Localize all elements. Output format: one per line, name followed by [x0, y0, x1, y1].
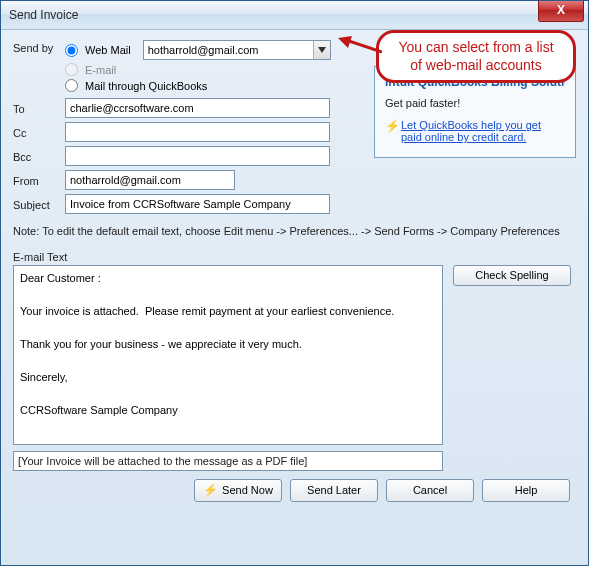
to-field[interactable] — [65, 98, 330, 118]
window-title: Send Invoice — [9, 8, 78, 22]
dialog-body: You can select from a list of web-mail a… — [1, 30, 588, 565]
help-button[interactable]: Help — [482, 479, 570, 502]
webmail-account-dropdown[interactable] — [143, 40, 331, 60]
attachment-note: [Your Invoice will be attached to the me… — [13, 451, 443, 471]
radio-quickbooks-mail-label: Mail through QuickBooks — [85, 80, 207, 92]
sendby-label: Send by — [13, 40, 65, 54]
close-icon: X — [557, 3, 565, 17]
preferences-note: Note: To edit the default email text, ch… — [13, 224, 576, 239]
annotation-callout: You can select from a list of web-mail a… — [376, 30, 576, 83]
radio-webmail-label: Web Mail — [85, 44, 131, 56]
radio-email-label: E-mail — [85, 64, 116, 76]
to-label: To — [13, 101, 65, 115]
email-body-textarea[interactable] — [13, 265, 443, 445]
svg-line-0 — [346, 40, 382, 52]
radio-email — [65, 63, 78, 76]
webmail-account-input[interactable] — [143, 40, 331, 60]
bolt-icon: ⚡ — [385, 120, 395, 132]
cc-label: Cc — [13, 125, 65, 139]
cancel-button[interactable]: Cancel — [386, 479, 474, 502]
from-field[interactable] — [65, 170, 235, 190]
check-spelling-button[interactable]: Check Spelling — [453, 265, 571, 286]
bolt-icon: ⚡ — [203, 483, 218, 497]
svg-marker-2 — [318, 47, 326, 53]
side-panel-link[interactable]: Let QuickBooks help you getpaid online b… — [401, 119, 541, 143]
email-text-label: E-mail Text — [13, 251, 576, 263]
radio-quickbooks-mail[interactable] — [65, 79, 78, 92]
subject-field[interactable] — [65, 194, 330, 214]
callout-text: You can select from a list of web-mail a… — [376, 30, 576, 83]
chevron-down-icon — [318, 47, 326, 53]
send-now-button[interactable]: ⚡ Send Now — [194, 479, 282, 502]
titlebar: Send Invoice X — [1, 1, 588, 30]
send-invoice-dialog: Send Invoice X You can select from a lis… — [0, 0, 589, 566]
radio-webmail[interactable] — [65, 44, 78, 57]
bcc-field[interactable] — [65, 146, 330, 166]
side-panel-subheader: Get paid faster! — [385, 97, 565, 109]
bcc-label: Bcc — [13, 149, 65, 163]
svg-marker-1 — [338, 36, 352, 48]
callout-arrow-icon — [338, 36, 382, 56]
from-label: From — [13, 173, 65, 187]
close-button[interactable]: X — [538, 1, 584, 22]
dropdown-toggle[interactable] — [313, 41, 330, 59]
cc-field[interactable] — [65, 122, 330, 142]
footer-buttons: ⚡ Send Now Send Later Cancel Help — [13, 479, 576, 502]
send-later-button[interactable]: Send Later — [290, 479, 378, 502]
subject-label: Subject — [13, 197, 65, 211]
